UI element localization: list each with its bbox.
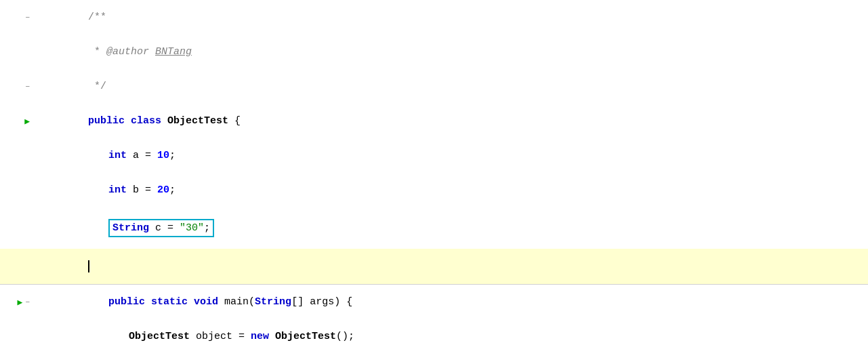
line-comment-start: − /** (0, 0, 868, 35)
code-main-decl: public static void main(String[] args) { (34, 285, 868, 319)
code-new-object: ObjectTest object = new ObjectTest(); (34, 319, 868, 345)
line-author: * @author BNTang (0, 35, 868, 69)
run-icon-class[interactable]: ▶ (24, 116, 30, 127)
line-blank-cursor (0, 249, 868, 284)
gutter-class: ▶ (0, 116, 34, 127)
highlighted-expression: String c = "30"; (108, 219, 214, 237)
gutter-main: ▶ − (0, 297, 34, 308)
line-comment-end: − */ (0, 69, 868, 104)
line-class-decl: ▶ public class ObjectTest { (0, 104, 868, 138)
code-int-b: int b = 20; (34, 173, 868, 207)
gutter-comment-end: − (0, 83, 34, 91)
code-content: − /** * @author BNTang − */ ▶ (0, 0, 868, 345)
code-class-decl: public class ObjectTest { (34, 104, 868, 138)
fold-icon[interactable]: − (25, 14, 30, 22)
line-string-c: String c = "30"; (0, 207, 868, 249)
text-cursor (88, 260, 89, 272)
fold-icon-end[interactable]: − (25, 83, 30, 91)
line-main-decl: ▶ − public static void main(String[] arg… (0, 285, 868, 319)
code-comment-start: /** (34, 0, 868, 35)
code-int-a: int a = 10; (34, 138, 868, 173)
code-comment-end: */ (34, 69, 868, 104)
code-string-c: String c = "30"; (34, 207, 868, 249)
line-new-object: ObjectTest object = new ObjectTest(); (0, 319, 868, 345)
run-icon-main[interactable]: ▶ (18, 297, 23, 308)
gutter-comment-start: − (0, 14, 34, 22)
line-int-b: int b = 20; (0, 173, 868, 207)
line-int-a: int a = 10; (0, 138, 868, 173)
code-author: * @author BNTang (34, 35, 868, 69)
code-blank (34, 249, 868, 284)
code-editor: − /** * @author BNTang − */ ▶ (0, 0, 868, 345)
fold-icon-main[interactable]: − (25, 298, 30, 306)
